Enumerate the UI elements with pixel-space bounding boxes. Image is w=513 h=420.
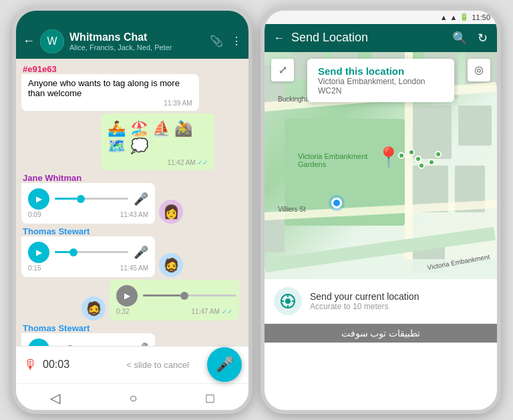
msg-group-thomas1: Thomas Stewart ▶ 🎤: [21, 226, 243, 277]
attachment-icon[interactable]: 📎: [210, 35, 223, 47]
voice-bar-container2: [55, 251, 128, 253]
voice-bubble-thomas2: ▶ 🎤 0:07 11:47 AM: [21, 333, 155, 346]
voice-meta-thomas1: 0:15 11:45 AM: [28, 264, 148, 272]
current-loc-icon: [274, 287, 302, 315]
refresh-button[interactable]: ↻: [478, 31, 488, 45]
building-8: [458, 106, 492, 146]
voice-row-jane: ▶ 🎤 0:09 11:43 AM 👩: [21, 183, 243, 224]
voice-msg-outgoing: ▶: [116, 285, 236, 306]
battery-icon: 🔋: [460, 13, 469, 21]
chat-subtitle: Alice, Francis, Jack, Ned, Peter: [69, 43, 204, 51]
voice-bar-thomas1: [55, 251, 128, 253]
sender-name-thomas: Thomas Stewart: [21, 226, 243, 236]
play-button-thomas2[interactable]: ▶: [28, 339, 49, 346]
search-button[interactable]: 🔍: [452, 31, 467, 45]
sender-name-francis: #e91e63: [21, 64, 243, 74]
map-area[interactable]: Buckingham St Villiers St Victoria Emban…: [265, 52, 497, 279]
green-dot-3: [415, 156, 421, 162]
msg-text: Anyone who wants to tag along is more th…: [28, 78, 192, 98]
green-dot-5: [428, 159, 435, 166]
map-background: Buckingham St Villiers St Victoria Emban…: [265, 52, 497, 279]
read-ticks: ✓✓: [197, 159, 208, 166]
building-7: [411, 106, 452, 159]
msg-time-emoji: 11:42 AM ✓✓: [108, 159, 208, 166]
chat-header: ← W Whitmans Chat Alice, Francis, Jack, …: [16, 24, 248, 59]
current-location-option[interactable]: Send your current location Accurate to 1…: [265, 279, 497, 324]
location-options: Send your current location Accurate to 1…: [265, 279, 497, 324]
voice-dot-jane: [77, 195, 85, 203]
chat-header-info[interactable]: Whitmans Chat Alice, Francis, Jack, Ned,…: [69, 31, 204, 51]
send-location-title: Send this location: [318, 65, 444, 77]
voice-msg-thomas1: ▶ 🎤: [28, 242, 148, 263]
green-dot-2: [408, 149, 415, 156]
voice-bar-outgoing: [143, 294, 236, 296]
voice-row-thomas1: ▶ 🎤 0:15 11:45 AM 🧔: [21, 236, 243, 277]
menu-icon[interactable]: ⋮: [231, 35, 242, 47]
chat-title: Whitmans Chat: [69, 31, 204, 43]
green-dot-4: [418, 162, 425, 169]
wifi-icon: ▲: [450, 13, 458, 21]
avatar-jane: 👩: [159, 200, 183, 224]
avatar-outgoing: 🧔: [81, 296, 106, 321]
chat-messages: #e91e63 Anyone who wants to tag along is…: [16, 59, 248, 346]
nav-home[interactable]: ○: [129, 391, 137, 406]
recording-bar: 🎙 00:03 < slide to cancel 🎤: [16, 346, 248, 383]
signal-icon: ▲: [440, 13, 448, 21]
watermark-text: تطبيقات توب سوفت: [341, 328, 421, 339]
mic-indicator: 🎤: [134, 192, 148, 206]
send-location-sub: Victoria Embankment, London WC2N: [318, 77, 444, 95]
msg-group-thomas2: Thomas Stewart ▶ 🎤: [21, 323, 243, 346]
mic-fab-button[interactable]: 🎤: [207, 347, 242, 382]
voice-fill-outgoing: [143, 294, 180, 296]
voice-bubble-jane: ▶ 🎤 0:09 11:43 AM: [21, 183, 155, 224]
mic-record-icon: 🎙: [24, 357, 37, 373]
sender-name-jane: Jane Whitman: [21, 173, 243, 183]
voice-dot-outgoing: [180, 292, 188, 300]
green-dot-6: [435, 151, 442, 158]
phone-left: ← W Whitmans Chat Alice, Francis, Jack, …: [12, 7, 252, 414]
nav-bar: ◁ ○ □: [16, 383, 248, 413]
voice-fill-thomas1: [55, 251, 69, 253]
voice-msg-jane: ▶ 🎤: [28, 188, 148, 210]
voice-dot-thomas1: [69, 248, 77, 256]
outgoing-ticks: ✓✓: [222, 308, 232, 315]
park-label: Victoria EmbankmentGardens: [298, 152, 367, 168]
nav-recent[interactable]: □: [206, 391, 214, 406]
watermark: تطبيقات توب سوفت: [265, 324, 497, 343]
building-11: [265, 219, 285, 252]
svg-text:W: W: [47, 35, 57, 47]
header-icons: 📎 ⋮: [210, 35, 242, 47]
play-button-jane[interactable]: ▶: [28, 188, 49, 210]
msg-bubble-emoji: 🚣 🏖️ ⛵ 🚵 🗺️ 💭 11:42 AM ✓✓: [101, 114, 214, 170]
status-bar-left: [16, 11, 248, 24]
loc-title: Send Location: [291, 31, 446, 45]
current-location-dot: [331, 198, 342, 208]
nav-back[interactable]: ◁: [50, 390, 60, 406]
map-pin-red: 📍: [376, 146, 401, 169]
voice-bar-container: [55, 198, 128, 200]
back-button[interactable]: ←: [23, 34, 35, 48]
msg-group-francis: #e91e63 Anyone who wants to tag along is…: [21, 64, 243, 111]
chat-avatar[interactable]: W: [40, 29, 64, 53]
play-button-outgoing[interactable]: ▶: [116, 285, 138, 306]
send-location-card[interactable]: Send this location Victoria Embankment, …: [307, 59, 454, 102]
msg-group-jane: Jane Whitman ▶ 🎤: [21, 173, 243, 224]
time-display: 11:50: [472, 13, 490, 21]
current-loc-sub: Accurate to 10 meters: [310, 302, 419, 311]
svg-point-3: [285, 298, 291, 304]
current-loc-title: Send your current location: [310, 291, 419, 302]
loc-back-button[interactable]: ←: [274, 32, 285, 44]
play-button-thomas1[interactable]: ▶: [28, 242, 49, 263]
voice-fill-jane: [55, 198, 77, 200]
voice-meta-jane: 0:09 11:43 AM: [28, 211, 148, 218]
msg-time: 11:39 AM: [28, 99, 192, 107]
voice-meta-outgoing: 0:32 11:47 AM ✓✓: [116, 308, 232, 315]
expand-map-button[interactable]: ⤢: [271, 59, 294, 81]
status-bar-right: ▲ ▲ 🔋 11:50: [265, 11, 497, 24]
voice-bar-container3: [143, 294, 236, 296]
villiers-label: Villiers St: [278, 206, 306, 213]
voice-bubble-thomas1: ▶ 🎤 0:15 11:45 AM: [21, 236, 155, 277]
locate-button[interactable]: ◎: [468, 59, 490, 81]
msg-bubble-francis: Anyone who wants to tag along is more th…: [21, 74, 199, 111]
voice-row-thomas2: ▶ 🎤 0:07 11:47 AM 🧔: [21, 333, 243, 346]
